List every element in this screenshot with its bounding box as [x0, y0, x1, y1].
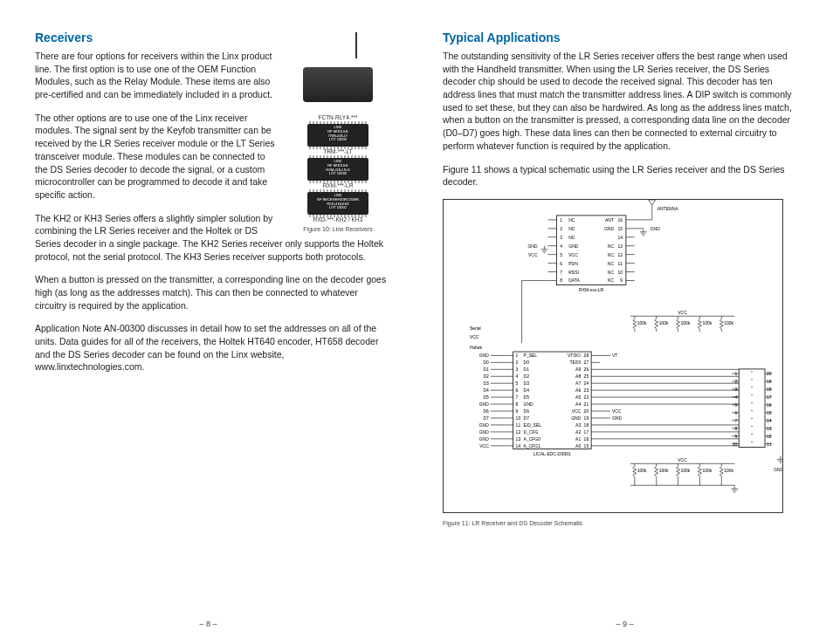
- svg-text:15: 15: [617, 227, 623, 231]
- svg-line-209: [655, 327, 657, 329]
- svg-text:VCC: VCC: [470, 335, 479, 339]
- svg-line-235: [719, 325, 723, 327]
- svg-text:11: 11: [617, 261, 623, 265]
- svg-line-266: [677, 473, 680, 475]
- svg-text:2: 2: [734, 380, 737, 384]
- svg-text:D3: D3: [483, 381, 489, 386]
- svg-line-198: [633, 324, 637, 325]
- svg-line-223: [698, 320, 701, 322]
- svg-text:19: 19: [584, 416, 589, 421]
- svg-text:100k: 100k: [702, 469, 712, 473]
- svg-text:7: 7: [734, 419, 737, 423]
- svg-line-262: [677, 466, 678, 468]
- svg-line-236: [719, 327, 721, 329]
- svg-line-206: [655, 322, 658, 324]
- svg-text:1: 1: [734, 372, 737, 376]
- svg-text:GND: GND: [604, 227, 614, 231]
- svg-text:GND: GND: [479, 353, 489, 358]
- svg-line-265: [677, 471, 680, 473]
- figure-11-caption: Figure 11: LR Receiver and DS Decoder Sc…: [443, 520, 798, 526]
- chip-rxm-label: RXM-***-LR: [286, 182, 390, 188]
- svg-text:17: 17: [584, 430, 589, 435]
- svg-text:D0: D0: [483, 360, 489, 365]
- svg-line-263: [677, 468, 680, 469]
- svg-text:D2: D2: [524, 374, 530, 379]
- svg-text:A7: A7: [575, 381, 581, 386]
- svg-text:NC: NC: [608, 261, 615, 265]
- figure-10-caption: Figure 10: Linx Receivers: [286, 226, 390, 232]
- svg-text:19: 19: [767, 380, 772, 384]
- svg-text:10: 10: [617, 270, 623, 274]
- svg-text:GND: GND: [571, 416, 581, 421]
- svg-line-204: [655, 319, 657, 320]
- svg-line-284: [719, 469, 723, 471]
- page-number-9: – 9 –: [416, 620, 833, 628]
- svg-line-244: [633, 469, 637, 471]
- svg-text:A6: A6: [575, 388, 581, 393]
- para-r1: The outstanding sensitivity of the LR Se…: [443, 50, 798, 153]
- page-number-8: – 8 –: [0, 620, 416, 628]
- svg-line-213: [677, 319, 678, 320]
- chip-trm: LINX RF MODULE TRM-418-LT LOT 10000: [307, 124, 368, 147]
- relay-module-image: [294, 50, 382, 111]
- svg-text:VCC: VCC: [528, 253, 538, 257]
- svg-text:D5: D5: [524, 395, 530, 400]
- svg-text:8: 8: [734, 427, 737, 431]
- svg-text:D4: D4: [483, 388, 489, 393]
- para-r2: Figure 11 shows a typical schematic usin…: [443, 163, 798, 188]
- svg-text:D5: D5: [483, 395, 489, 400]
- svg-line-199: [633, 325, 637, 327]
- svg-text:4: 4: [516, 374, 519, 379]
- svg-text:A2: A2: [575, 430, 581, 435]
- svg-text:PDN: PDN: [568, 261, 578, 265]
- svg-text:6: 6: [560, 261, 562, 265]
- svg-text:3: 3: [734, 387, 737, 392]
- svg-text:A_CFG1: A_CFG1: [524, 444, 541, 449]
- svg-text:4: 4: [734, 395, 737, 400]
- svg-text:ANT: ANT: [605, 218, 614, 223]
- svg-text:12: 12: [516, 430, 521, 435]
- svg-rect-306: [739, 369, 765, 447]
- svg-line-233: [719, 322, 723, 324]
- svg-line-283: [719, 468, 723, 469]
- svg-text:A9: A9: [575, 367, 581, 372]
- para-5: Application Note AN-00300 discusses in d…: [35, 322, 390, 373]
- svg-text:3: 3: [516, 367, 519, 372]
- svg-line-243: [633, 468, 637, 469]
- svg-text:100k: 100k: [659, 321, 669, 325]
- svg-line-196: [633, 320, 637, 322]
- svg-text:GND: GND: [527, 244, 537, 249]
- svg-line-57: [649, 200, 652, 205]
- svg-line-254: [655, 469, 658, 471]
- svg-text:A1: A1: [575, 437, 581, 442]
- svg-text:GND: GND: [479, 402, 489, 407]
- svg-text:100k: 100k: [681, 469, 691, 473]
- svg-text:3: 3: [560, 236, 562, 240]
- svg-line-256: [655, 473, 658, 475]
- svg-text:13: 13: [617, 244, 623, 249]
- svg-text:GND: GND: [774, 468, 782, 472]
- svg-line-275: [698, 471, 701, 473]
- svg-text:15: 15: [584, 444, 589, 449]
- svg-text:VCC: VCC: [678, 311, 687, 315]
- svg-text:VCC: VCC: [572, 409, 582, 414]
- svg-line-234: [719, 324, 723, 325]
- svg-text:9: 9: [516, 409, 519, 414]
- svg-text:A8: A8: [575, 374, 581, 379]
- svg-text:9: 9: [734, 435, 737, 439]
- svg-text:GND: GND: [479, 430, 489, 435]
- svg-text:14: 14: [516, 444, 521, 449]
- svg-text:D4: D4: [524, 388, 530, 393]
- svg-text:D1: D1: [483, 367, 489, 372]
- svg-line-253: [655, 468, 658, 469]
- chip-rxd-label: RXD-***-KH2 / KH3: [286, 216, 390, 223]
- svg-text:Holtek: Holtek: [470, 346, 483, 350]
- svg-text:1: 1: [560, 218, 562, 223]
- svg-line-232: [719, 320, 723, 322]
- svg-text:NC: NC: [608, 253, 615, 257]
- svg-text:GND: GND: [612, 416, 622, 421]
- svg-text:VT/DO: VT/DO: [568, 353, 581, 358]
- svg-text:NC: NC: [608, 270, 615, 274]
- svg-text:6: 6: [516, 388, 519, 393]
- svg-text:13: 13: [767, 427, 772, 431]
